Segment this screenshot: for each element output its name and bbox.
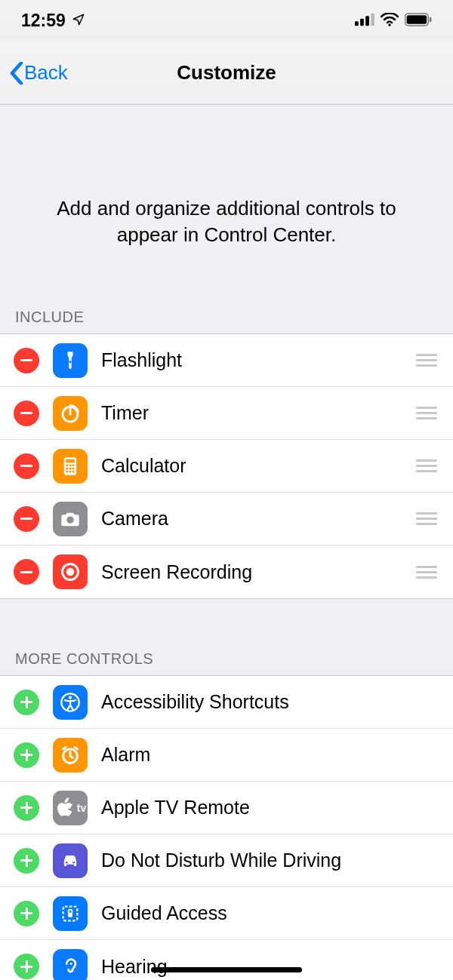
alarm-icon: [53, 738, 88, 773]
remove-button[interactable]: [14, 559, 39, 585]
control-row: Alarm: [0, 729, 453, 782]
cellular-icon: [355, 11, 374, 31]
control-row: Camera: [0, 493, 453, 545]
svg-rect-8: [69, 361, 71, 364]
hearing-icon: [53, 949, 88, 980]
control-row: Hearing: [0, 940, 453, 980]
page-description: Add and organize additional controls to …: [0, 105, 453, 293]
svg-rect-6: [407, 15, 427, 24]
reorder-handle[interactable]: [414, 354, 439, 367]
camera-icon: [53, 502, 88, 536]
control-row: Guided Access: [0, 887, 453, 940]
accessibility-icon: [53, 685, 88, 720]
svg-point-14: [72, 464, 75, 466]
reorder-handle[interactable]: [414, 407, 439, 419]
appletv-icon: tv: [53, 791, 88, 825]
remove-button[interactable]: [14, 453, 39, 479]
remove-button[interactable]: [14, 348, 39, 373]
control-label: Do Not Disturb While Driving: [101, 849, 439, 871]
svg-point-19: [69, 470, 71, 472]
control-label: Flashlight: [101, 349, 414, 371]
svg-rect-30: [68, 913, 72, 917]
svg-point-28: [72, 862, 75, 864]
wifi-icon: [381, 11, 399, 31]
status-time: 12:59: [21, 11, 66, 31]
timer-icon: [53, 396, 88, 431]
control-label: Calculator: [101, 455, 414, 477]
status-bar: 12:59: [0, 0, 453, 41]
svg-rect-2: [365, 16, 369, 26]
add-button[interactable]: [14, 954, 39, 979]
chevron-left-icon: [9, 62, 24, 84]
control-label: Guided Access: [101, 902, 439, 924]
svg-point-27: [66, 862, 68, 864]
svg-point-17: [72, 467, 75, 469]
svg-point-15: [66, 467, 68, 469]
home-indicator[interactable]: [151, 967, 302, 972]
svg-point-16: [69, 467, 71, 469]
add-button[interactable]: [14, 795, 39, 821]
more-controls-list: Accessibility ShortcutsAlarmtvApple TV R…: [0, 675, 453, 980]
control-row: Accessibility Shortcuts: [0, 676, 453, 729]
svg-point-31: [70, 963, 72, 965]
reorder-handle[interactable]: [414, 512, 439, 525]
svg-point-21: [66, 516, 73, 523]
control-row: Timer: [0, 387, 453, 440]
remove-button[interactable]: [14, 506, 39, 532]
control-row: Screen Recording: [0, 545, 453, 598]
section-header-include: Include: [0, 293, 453, 333]
page-title: Customize: [177, 61, 276, 84]
reorder-handle[interactable]: [414, 459, 439, 472]
guided-icon: [53, 896, 88, 931]
record-icon: [53, 555, 88, 589]
control-row: tvApple TV Remote: [0, 782, 453, 834]
svg-rect-7: [430, 17, 432, 22]
add-button[interactable]: [14, 690, 39, 715]
control-row: Calculator: [0, 440, 453, 493]
control-row: Flashlight: [0, 334, 453, 387]
svg-rect-0: [355, 21, 359, 26]
add-button[interactable]: [14, 742, 39, 768]
svg-point-23: [66, 568, 75, 576]
car-icon: [53, 843, 88, 878]
svg-point-25: [69, 696, 72, 699]
svg-point-12: [66, 464, 68, 466]
back-label: Back: [24, 61, 68, 84]
control-label: Screen Recording: [101, 561, 414, 583]
svg-rect-3: [371, 14, 374, 26]
calculator-icon: [53, 449, 88, 484]
control-label: Accessibility Shortcuts: [101, 691, 439, 713]
reorder-handle[interactable]: [414, 566, 439, 579]
control-label: Alarm: [101, 744, 439, 766]
control-label: Timer: [101, 402, 414, 424]
control-label: Camera: [101, 508, 414, 530]
remove-button[interactable]: [14, 401, 39, 426]
svg-point-13: [69, 464, 71, 466]
svg-rect-11: [66, 459, 75, 462]
add-button[interactable]: [14, 901, 39, 926]
svg-point-20: [72, 470, 75, 472]
location-icon: [72, 11, 85, 31]
flashlight-icon: [53, 343, 88, 378]
control-label: Apple TV Remote: [101, 797, 439, 819]
section-header-more: More Controls: [0, 635, 453, 675]
svg-point-18: [66, 470, 68, 472]
navigation-bar: Back Customize: [0, 41, 453, 105]
include-list: FlashlightTimerCalculatorCameraScreen Re…: [0, 333, 453, 599]
control-row: Do Not Disturb While Driving: [0, 834, 453, 887]
svg-point-4: [388, 23, 390, 26]
add-button[interactable]: [14, 848, 39, 874]
back-button[interactable]: Back: [9, 61, 68, 84]
svg-rect-1: [360, 19, 364, 26]
battery-icon: [405, 11, 432, 31]
